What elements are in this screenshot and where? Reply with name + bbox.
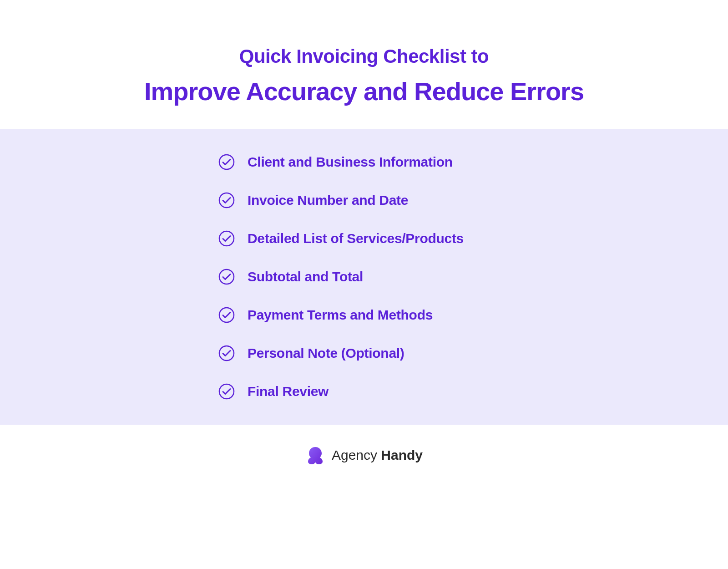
- brand-text-part1: Agency: [332, 447, 377, 462]
- checklist-item-label: Client and Business Information: [248, 154, 453, 170]
- checklist-item: Subtotal and Total: [218, 269, 701, 285]
- svg-point-1: [219, 193, 234, 208]
- checklist-item-label: Detailed List of Services/Products: [248, 231, 464, 246]
- svg-point-0: [219, 155, 234, 169]
- checklist-item: Invoice Number and Date: [218, 192, 701, 208]
- title-line-2: Improve Accuracy and Reduce Errors: [27, 76, 701, 106]
- checklist-item-label: Personal Note (Optional): [248, 345, 404, 361]
- header-section: Quick Invoicing Checklist to Improve Acc…: [0, 0, 728, 129]
- brand-name: Agency Handy: [332, 447, 423, 463]
- svg-point-2: [219, 231, 234, 246]
- checklist-item: Personal Note (Optional): [218, 345, 701, 361]
- checklist: Client and Business Information Invoice …: [218, 154, 701, 400]
- svg-point-4: [219, 308, 234, 322]
- checkmark-circle-icon: [218, 269, 235, 285]
- title-line-1: Quick Invoicing Checklist to: [27, 46, 701, 67]
- checkmark-circle-icon: [218, 154, 235, 170]
- checkmark-circle-icon: [218, 345, 235, 361]
- brand-text-part2: Handy: [381, 447, 423, 462]
- checklist-section: Client and Business Information Invoice …: [0, 129, 728, 425]
- svg-point-5: [219, 346, 234, 361]
- checkmark-circle-icon: [218, 230, 235, 247]
- checklist-item-label: Invoice Number and Date: [248, 193, 408, 208]
- svg-point-6: [219, 384, 234, 399]
- checklist-item: Client and Business Information: [218, 154, 701, 170]
- checkmark-circle-icon: [218, 383, 235, 400]
- footer-section: Agency Handy: [0, 425, 728, 486]
- checklist-item-label: Payment Terms and Methods: [248, 307, 433, 323]
- checkmark-circle-icon: [218, 307, 235, 323]
- brand-logo-icon: [305, 445, 325, 465]
- svg-point-3: [219, 269, 234, 284]
- checklist-item-label: Subtotal and Total: [248, 269, 363, 284]
- checkmark-circle-icon: [218, 192, 235, 208]
- checklist-item: Detailed List of Services/Products: [218, 230, 701, 247]
- checklist-item-label: Final Review: [248, 384, 329, 399]
- checklist-item: Payment Terms and Methods: [218, 307, 701, 323]
- checklist-item: Final Review: [218, 383, 701, 400]
